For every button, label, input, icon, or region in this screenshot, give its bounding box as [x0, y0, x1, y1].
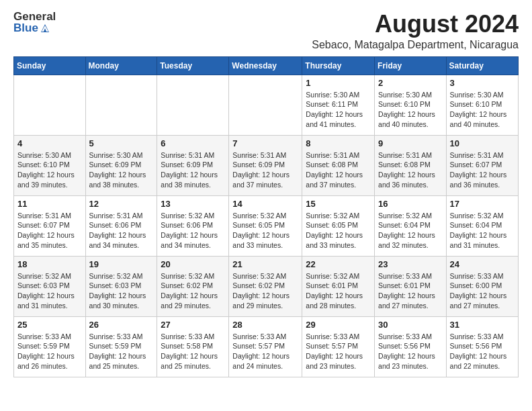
subtitle: Sebaco, Matagalpa Department, Nicaragua	[312, 39, 519, 51]
cell-content: Sunrise: 5:31 AM Sunset: 6:08 PM Dayligh…	[378, 150, 443, 190]
main-title: August 2024	[312, 11, 519, 38]
calendar-cell: 23Sunrise: 5:33 AM Sunset: 6:01 PM Dayli…	[375, 256, 447, 316]
calendar-cell: 5Sunrise: 5:30 AM Sunset: 6:09 PM Daylig…	[85, 135, 157, 195]
calendar-cell: 7Sunrise: 5:31 AM Sunset: 6:09 PM Daylig…	[229, 135, 302, 195]
cell-content: Sunrise: 5:31 AM Sunset: 6:07 PM Dayligh…	[450, 150, 515, 190]
calendar-cell: 1Sunrise: 5:30 AM Sunset: 6:11 PM Daylig…	[302, 75, 375, 135]
day-number: 31	[450, 320, 515, 330]
calendar-cell: 28Sunrise: 5:33 AM Sunset: 5:57 PM Dayli…	[229, 316, 302, 377]
cell-content: Sunrise: 5:32 AM Sunset: 6:02 PM Dayligh…	[232, 271, 298, 311]
day-number: 21	[232, 259, 298, 269]
day-number: 17	[450, 199, 515, 209]
header-wednesday: Wednesday	[229, 56, 302, 75]
cell-content: Sunrise: 5:31 AM Sunset: 6:09 PM Dayligh…	[232, 150, 298, 190]
calendar-cell	[14, 75, 86, 135]
week-row-3: 11Sunrise: 5:31 AM Sunset: 6:07 PM Dayli…	[14, 195, 519, 256]
calendar-cell: 25Sunrise: 5:33 AM Sunset: 5:59 PM Dayli…	[14, 316, 86, 377]
header-thursday: Thursday	[302, 56, 375, 75]
day-number: 3	[450, 78, 515, 88]
calendar-cell	[157, 75, 229, 135]
day-number: 5	[89, 138, 154, 148]
header-friday: Friday	[375, 56, 447, 75]
calendar-header-row: SundayMondayTuesdayWednesdayThursdayFrid…	[14, 56, 519, 75]
day-number: 11	[17, 199, 82, 209]
header-tuesday: Tuesday	[157, 56, 229, 75]
cell-content: Sunrise: 5:33 AM Sunset: 5:57 PM Dayligh…	[232, 332, 298, 371]
day-number: 13	[161, 199, 225, 209]
day-number: 10	[450, 138, 515, 148]
day-number: 19	[89, 259, 154, 269]
calendar-cell: 2Sunrise: 5:30 AM Sunset: 6:10 PM Daylig…	[375, 75, 447, 135]
day-number: 26	[89, 320, 154, 330]
calendar-cell: 31Sunrise: 5:33 AM Sunset: 5:56 PM Dayli…	[446, 316, 518, 377]
cell-content: Sunrise: 5:30 AM Sunset: 6:10 PM Dayligh…	[450, 90, 515, 130]
calendar-cell: 4Sunrise: 5:30 AM Sunset: 6:10 PM Daylig…	[14, 135, 86, 195]
cell-content: Sunrise: 5:33 AM Sunset: 5:59 PM Dayligh…	[17, 332, 82, 371]
day-number: 15	[306, 199, 371, 209]
day-number: 8	[306, 138, 371, 148]
day-number: 2	[378, 78, 443, 88]
day-number: 9	[378, 138, 443, 148]
cell-content: Sunrise: 5:31 AM Sunset: 6:06 PM Dayligh…	[89, 211, 154, 250]
week-row-5: 25Sunrise: 5:33 AM Sunset: 5:59 PM Dayli…	[14, 316, 519, 377]
day-number: 16	[378, 199, 443, 209]
day-number: 22	[306, 259, 371, 269]
calendar-cell: 30Sunrise: 5:33 AM Sunset: 5:56 PM Dayli…	[375, 316, 447, 377]
cell-content: Sunrise: 5:32 AM Sunset: 6:04 PM Dayligh…	[450, 211, 515, 250]
day-number: 1	[306, 78, 371, 88]
logo-icon	[40, 23, 50, 34]
logo: General Blue	[13, 11, 56, 34]
logo-general: General	[13, 11, 56, 22]
day-number: 27	[161, 320, 225, 330]
header-saturday: Saturday	[446, 56, 518, 75]
calendar-cell: 24Sunrise: 5:33 AM Sunset: 6:00 PM Dayli…	[446, 256, 518, 316]
day-number: 14	[232, 199, 298, 209]
title-area: August 2024 Sebaco, Matagalpa Department…	[312, 11, 519, 51]
cell-content: Sunrise: 5:33 AM Sunset: 6:01 PM Dayligh…	[378, 271, 443, 311]
calendar-cell: 3Sunrise: 5:30 AM Sunset: 6:10 PM Daylig…	[446, 75, 518, 135]
cell-content: Sunrise: 5:32 AM Sunset: 6:05 PM Dayligh…	[232, 211, 298, 250]
cell-content: Sunrise: 5:32 AM Sunset: 6:03 PM Dayligh…	[89, 271, 154, 311]
day-number: 30	[378, 320, 443, 330]
cell-content: Sunrise: 5:31 AM Sunset: 6:09 PM Dayligh…	[161, 150, 225, 190]
week-row-2: 4Sunrise: 5:30 AM Sunset: 6:10 PM Daylig…	[14, 135, 519, 195]
calendar-cell: 10Sunrise: 5:31 AM Sunset: 6:07 PM Dayli…	[446, 135, 518, 195]
day-number: 23	[378, 259, 443, 269]
header-monday: Monday	[85, 56, 157, 75]
day-number: 28	[232, 320, 298, 330]
day-number: 6	[161, 138, 225, 148]
week-row-4: 18Sunrise: 5:32 AM Sunset: 6:03 PM Dayli…	[14, 256, 519, 316]
cell-content: Sunrise: 5:30 AM Sunset: 6:10 PM Dayligh…	[17, 150, 82, 190]
cell-content: Sunrise: 5:33 AM Sunset: 5:56 PM Dayligh…	[450, 332, 515, 371]
cell-content: Sunrise: 5:33 AM Sunset: 5:59 PM Dayligh…	[89, 332, 154, 371]
calendar-cell: 19Sunrise: 5:32 AM Sunset: 6:03 PM Dayli…	[85, 256, 157, 316]
cell-content: Sunrise: 5:30 AM Sunset: 6:10 PM Dayligh…	[378, 90, 443, 130]
calendar-cell: 21Sunrise: 5:32 AM Sunset: 6:02 PM Dayli…	[229, 256, 302, 316]
day-number: 25	[17, 320, 82, 330]
calendar-cell	[229, 75, 302, 135]
cell-content: Sunrise: 5:32 AM Sunset: 6:06 PM Dayligh…	[161, 211, 225, 250]
day-number: 12	[89, 199, 154, 209]
week-row-1: 1Sunrise: 5:30 AM Sunset: 6:11 PM Daylig…	[14, 75, 519, 135]
calendar-cell: 27Sunrise: 5:33 AM Sunset: 5:58 PM Dayli…	[157, 316, 229, 377]
cell-content: Sunrise: 5:30 AM Sunset: 6:09 PM Dayligh…	[89, 150, 154, 190]
cell-content: Sunrise: 5:33 AM Sunset: 6:00 PM Dayligh…	[450, 271, 515, 311]
header-sunday: Sunday	[14, 56, 86, 75]
day-number: 18	[17, 259, 82, 269]
cell-content: Sunrise: 5:31 AM Sunset: 6:07 PM Dayligh…	[17, 211, 82, 250]
calendar-cell: 12Sunrise: 5:31 AM Sunset: 6:06 PM Dayli…	[85, 195, 157, 256]
day-number: 20	[161, 259, 225, 269]
calendar-cell: 29Sunrise: 5:33 AM Sunset: 5:57 PM Dayli…	[302, 316, 375, 377]
calendar-cell: 14Sunrise: 5:32 AM Sunset: 6:05 PM Dayli…	[229, 195, 302, 256]
cell-content: Sunrise: 5:32 AM Sunset: 6:03 PM Dayligh…	[17, 271, 82, 311]
calendar-cell: 15Sunrise: 5:32 AM Sunset: 6:05 PM Dayli…	[302, 195, 375, 256]
cell-content: Sunrise: 5:32 AM Sunset: 6:05 PM Dayligh…	[306, 211, 371, 250]
logo-blue: Blue	[13, 22, 56, 34]
cell-content: Sunrise: 5:33 AM Sunset: 5:56 PM Dayligh…	[378, 332, 443, 371]
calendar-cell	[85, 75, 157, 135]
calendar-cell: 18Sunrise: 5:32 AM Sunset: 6:03 PM Dayli…	[14, 256, 86, 316]
cell-content: Sunrise: 5:32 AM Sunset: 6:01 PM Dayligh…	[306, 271, 371, 311]
cell-content: Sunrise: 5:32 AM Sunset: 6:04 PM Dayligh…	[378, 211, 443, 250]
calendar-cell: 9Sunrise: 5:31 AM Sunset: 6:08 PM Daylig…	[375, 135, 447, 195]
calendar-cell: 13Sunrise: 5:32 AM Sunset: 6:06 PM Dayli…	[157, 195, 229, 256]
